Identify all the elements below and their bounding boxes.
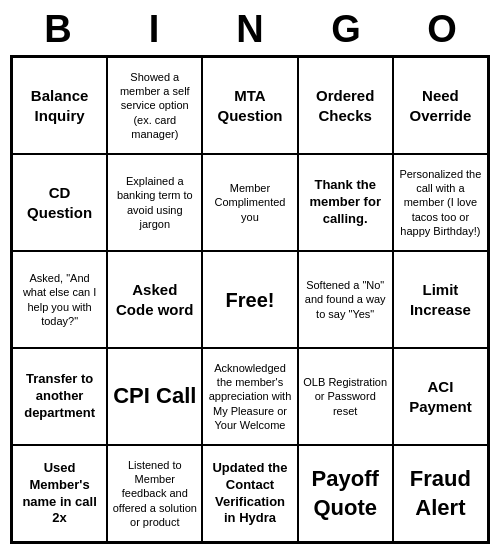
bingo-cell-13[interactable]: Softened a "No" and found a way to say "… bbox=[298, 251, 393, 348]
header-letter-g: G bbox=[302, 8, 390, 51]
header-letter-n: N bbox=[206, 8, 294, 51]
bingo-cell-23[interactable]: Payoff Quote bbox=[298, 445, 393, 542]
bingo-cell-3[interactable]: Ordered Checks bbox=[298, 57, 393, 154]
bingo-cell-5[interactable]: CD Question bbox=[12, 154, 107, 251]
header-letter-o: O bbox=[398, 8, 486, 51]
bingo-cell-0[interactable]: Balance Inquiry bbox=[12, 57, 107, 154]
bingo-cell-9[interactable]: Personalized the call with a member (I l… bbox=[393, 154, 488, 251]
bingo-cell-6[interactable]: Explained a banking term to avoid using … bbox=[107, 154, 202, 251]
bingo-cell-20[interactable]: Used Member's name in call 2x bbox=[12, 445, 107, 542]
bingo-cell-18[interactable]: OLB Registration or Password reset bbox=[298, 348, 393, 445]
bingo-cell-12[interactable]: Free! bbox=[202, 251, 297, 348]
bingo-cell-7[interactable]: Member Complimented you bbox=[202, 154, 297, 251]
bingo-cell-15[interactable]: Transfer to another department bbox=[12, 348, 107, 445]
bingo-cell-4[interactable]: Need Override bbox=[393, 57, 488, 154]
header-letter-b: B bbox=[14, 8, 102, 51]
bingo-cell-16[interactable]: CPI Call bbox=[107, 348, 202, 445]
bingo-cell-11[interactable]: Asked Code word bbox=[107, 251, 202, 348]
bingo-cell-21[interactable]: Listened to Member feedback and offered … bbox=[107, 445, 202, 542]
bingo-cell-2[interactable]: MTA Question bbox=[202, 57, 297, 154]
bingo-cell-8[interactable]: Thank the member for calling. bbox=[298, 154, 393, 251]
bingo-cell-17[interactable]: Acknowledged the member's appreciation w… bbox=[202, 348, 297, 445]
bingo-cell-14[interactable]: Limit Increase bbox=[393, 251, 488, 348]
bingo-header: B I N G O bbox=[10, 0, 490, 55]
bingo-cell-19[interactable]: ACI Payment bbox=[393, 348, 488, 445]
bingo-cell-24[interactable]: Fraud Alert bbox=[393, 445, 488, 542]
header-letter-i: I bbox=[110, 8, 198, 51]
bingo-cell-1[interactable]: Showed a member a self service option (e… bbox=[107, 57, 202, 154]
bingo-cell-10[interactable]: Asked, "And what else can I help you wit… bbox=[12, 251, 107, 348]
bingo-grid: Balance InquiryShowed a member a self se… bbox=[10, 55, 490, 544]
bingo-cell-22[interactable]: Updated the Contact Verification in Hydr… bbox=[202, 445, 297, 542]
